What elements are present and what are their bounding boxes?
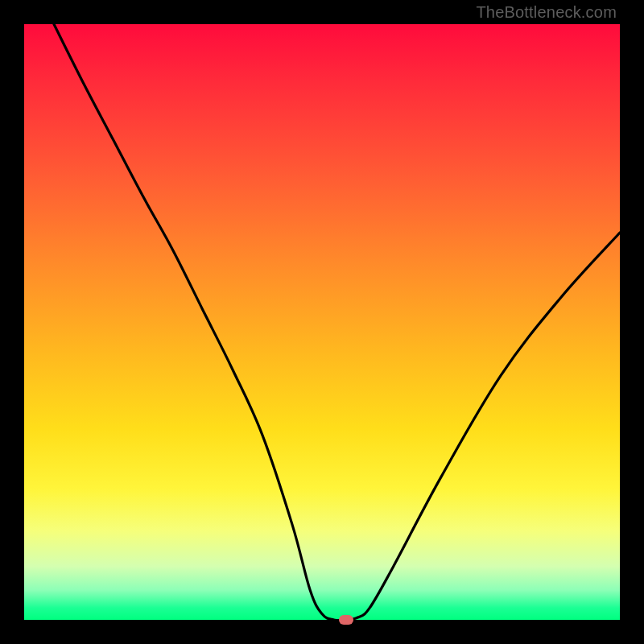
minimum-marker: [339, 615, 353, 625]
chart-frame: TheBottleneck.com: [0, 0, 644, 644]
bottleneck-curve: [24, 24, 620, 620]
watermark-text: TheBottleneck.com: [476, 3, 617, 22]
plot-area: [24, 24, 620, 620]
